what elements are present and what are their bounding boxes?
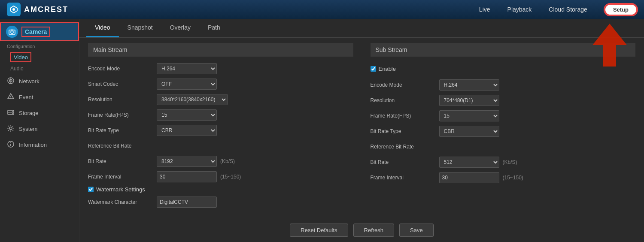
main-resolution-row: Resolution 3840*2160(3840x2160)	[88, 94, 353, 106]
watermark-char-label: Watermark Character	[88, 199, 157, 205]
main-bit-rate-unit: (Kb/S)	[220, 158, 235, 164]
watermark-char-row: Watermark Character	[88, 196, 353, 208]
storage-icon	[7, 109, 15, 118]
tab-path[interactable]: Path	[199, 19, 229, 37]
main-bit-rate-type-label: Bit Rate Type	[88, 127, 157, 133]
main-resolution-select[interactable]: 3840*2160(3840x2160)	[157, 94, 228, 105]
watermark-checkbox[interactable]	[88, 187, 94, 192]
sub-resolution-select[interactable]: 704*480(D1)352*240(CIF)	[439, 95, 499, 106]
header: AMCREST Live Playback Cloud Storage Setu…	[0, 0, 644, 19]
main-frame-interval-input[interactable]	[157, 171, 217, 182]
sidebar-item-network[interactable]: Network	[0, 73, 79, 89]
main-resolution-label: Resolution	[88, 97, 157, 103]
sub-enable-checkbox[interactable]	[371, 66, 376, 72]
event-icon	[7, 93, 15, 102]
refresh-button[interactable]: Refresh	[353, 224, 395, 237]
sub-encode-mode-row: Encode Mode H.264H.265	[371, 79, 636, 91]
sub-frame-interval-range: (15~150)	[503, 175, 523, 181]
svg-point-1	[12, 8, 15, 11]
sidebar-item-audio[interactable]: Audio	[0, 64, 79, 73]
save-button[interactable]: Save	[399, 224, 434, 237]
svg-point-13	[9, 127, 12, 130]
sub-bit-rate-unit: (Kb/S)	[503, 159, 517, 165]
main-stream-col: Main Stream Encode Mode H.264H.265MJPEG …	[79, 38, 362, 217]
main-frame-interval-row: Frame Interval (15~150)	[88, 171, 353, 183]
config-label: Configuration	[0, 42, 79, 51]
sub-resolution-label: Resolution	[371, 97, 439, 103]
sub-enable-row: Enable	[371, 63, 636, 75]
sub-bit-rate-label: Bit Rate	[371, 159, 439, 165]
sidebar-item-system[interactable]: System	[0, 121, 79, 137]
sub-bit-rate-row: Bit Rate 512256128 (Kb/S)	[371, 156, 636, 168]
tab-overlay[interactable]: Overlay	[161, 19, 199, 37]
sidebar-item-information[interactable]: Information	[0, 137, 79, 153]
sub-frame-interval-input[interactable]	[439, 172, 499, 183]
main-stream-title: Main Stream	[93, 46, 127, 53]
sub-encode-mode-label: Encode Mode	[371, 82, 439, 88]
main-encode-mode-label: Encode Mode	[88, 66, 157, 72]
sidebar-item-video[interactable]: Video	[0, 51, 79, 64]
nav-links: Live Playback Cloud Storage	[479, 6, 587, 13]
sidebar-item-event[interactable]: Event	[0, 89, 79, 105]
sub-reference-bit-rate-label: Reference Bit Rate	[371, 144, 439, 150]
network-icon	[7, 77, 15, 86]
main-bit-rate-type-select[interactable]: CBRVBR	[157, 125, 217, 136]
sub-bit-rate-type-label: Bit Rate Type	[371, 128, 439, 134]
tab-video[interactable]: Video	[86, 19, 119, 37]
svg-point-11	[12, 111, 13, 112]
main-bit-rate-select[interactable]: 819240962048	[157, 156, 217, 167]
setup-button[interactable]: Setup	[605, 4, 637, 15]
main-frame-rate-select[interactable]: 153025	[157, 109, 217, 121]
main-stream-header: Main Stream	[88, 43, 353, 57]
event-label: Event	[19, 94, 33, 100]
sub-resolution-row: Resolution 704*480(D1)352*240(CIF)	[371, 94, 636, 106]
sub-frame-rate-select[interactable]: 1530	[439, 110, 499, 121]
sub-bit-rate-select[interactable]: 512256128	[439, 157, 499, 168]
sub-stream-title: Sub Stream	[376, 46, 407, 53]
sub-encode-mode-select[interactable]: H.264H.265	[439, 79, 499, 91]
logo: AMCREST	[7, 3, 68, 16]
watermark-char-input[interactable]	[157, 197, 217, 208]
main-smart-codec-label: Smart Codec	[88, 81, 157, 87]
main-layout: Camera Configuration Video Audio	[0, 19, 644, 242]
nav-live[interactable]: Live	[479, 6, 490, 13]
tab-snapshot[interactable]: Snapshot	[119, 19, 161, 37]
sub-bit-rate-type-row: Bit Rate Type CBRVBR	[371, 125, 636, 137]
sub-frame-rate-label: Frame Rate(FPS)	[371, 113, 439, 119]
nav-cloud-storage[interactable]: Cloud Storage	[549, 6, 587, 13]
nav-playback[interactable]: Playback	[507, 6, 532, 13]
system-label: System	[19, 126, 37, 132]
main-encode-mode-select[interactable]: H.264H.265MJPEG	[157, 63, 217, 74]
main-frame-interval-range: (15~150)	[220, 174, 241, 180]
svg-point-12	[12, 113, 13, 114]
watermark-label: Watermark Settings	[96, 186, 145, 193]
stream-columns: Main Stream Encode Mode H.264H.265MJPEG …	[79, 38, 644, 217]
network-label: Network	[19, 78, 39, 85]
sidebar-item-storage[interactable]: Storage	[0, 105, 79, 121]
storage-label: Storage	[19, 110, 39, 116]
logo-text: AMCREST	[24, 5, 68, 14]
audio-label: Audio	[10, 66, 24, 72]
main-bit-rate-label: Bit Rate	[88, 158, 157, 164]
sub-frame-rate-row: Frame Rate(FPS) 1530	[371, 110, 636, 122]
svg-point-3	[11, 31, 13, 33]
information-label: Information	[19, 142, 47, 148]
main-encode-mode-row: Encode Mode H.264H.265MJPEG	[88, 63, 353, 75]
sub-stream-header: Sub Stream	[371, 43, 636, 57]
sub-frame-interval-row: Frame Interval (15~150)	[371, 172, 636, 184]
sub-frame-interval-label: Frame Interval	[371, 175, 439, 181]
camera-icon	[6, 26, 18, 38]
main-frame-rate-row: Frame Rate(FPS) 153025	[88, 109, 353, 121]
sidebar-item-camera[interactable]: Camera	[0, 22, 79, 41]
reset-defaults-button[interactable]: Reset Defaults	[290, 224, 348, 237]
sub-bit-rate-type-select[interactable]: CBRVBR	[439, 126, 499, 137]
main-smart-codec-row: Smart Codec OFFON	[88, 78, 353, 90]
video-label: Video	[10, 52, 31, 62]
information-icon	[7, 140, 15, 149]
main-smart-codec-select[interactable]: OFFON	[157, 79, 217, 90]
watermark-settings-row: Watermark Settings	[88, 186, 353, 193]
logo-icon	[7, 3, 21, 16]
content-area: Video Snapshot Overlay Path Main Stream …	[79, 19, 644, 242]
sub-stream-col: Sub Stream Enable Encode Mode H.264H.265	[362, 38, 644, 217]
system-icon	[7, 124, 15, 133]
